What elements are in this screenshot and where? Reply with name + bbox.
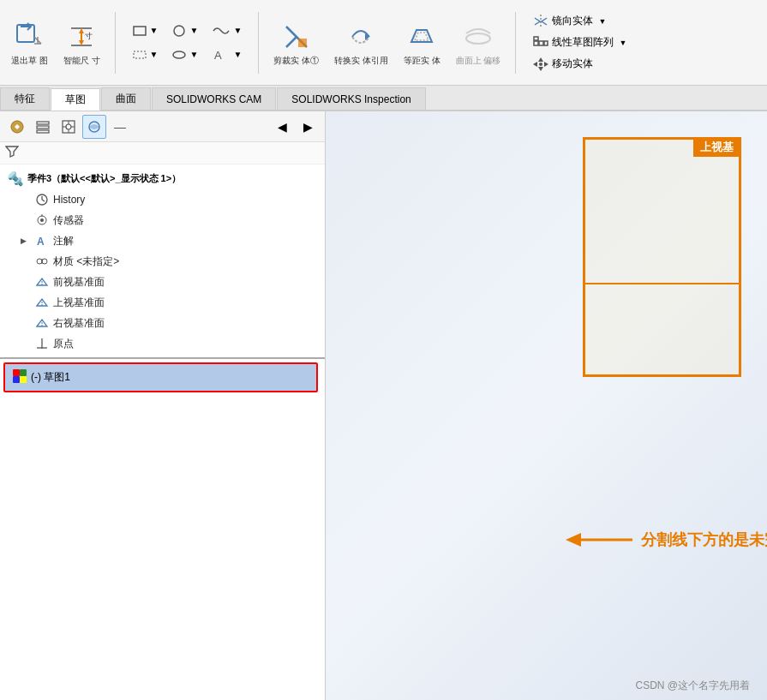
right-tools-group: 镜向实体 ▼ 线性草图阵列 ▼ 移动实体 (530, 12, 630, 73)
panel-btn-minus[interactable]: — (108, 115, 132, 139)
linear-array-label: 线性草图阵列 (552, 35, 614, 50)
tree-item-top-plane[interactable]: 上视基准面 (0, 292, 325, 313)
mirror-button[interactable]: 镜向实体 ▼ (530, 12, 630, 30)
svg-rect-27 (37, 126, 49, 129)
line-tool-button[interactable]: ▼ (126, 44, 165, 66)
sketch1-container: (-) 草图1 (3, 362, 318, 392)
panel-btn-display[interactable] (82, 115, 106, 139)
tree-item-front-plane[interactable]: 前视基准面 (0, 272, 325, 292)
history-icon (34, 192, 50, 207)
circle-tool-button[interactable]: ▼ (165, 20, 204, 42)
svg-point-44 (42, 259, 47, 264)
svg-marker-4 (79, 28, 84, 33)
sketch1-label: (-) 草图1 (31, 370, 70, 385)
tree-item-sensor[interactable]: 传感器 (0, 210, 325, 230)
exit-sketch-icon (12, 20, 46, 54)
svg-marker-5 (79, 40, 84, 45)
view-divider-line (585, 283, 739, 284)
panel-btn-list[interactable] (31, 115, 55, 139)
tab-surface[interactable]: 曲面 (101, 87, 151, 110)
origin-label: 原点 (53, 337, 74, 351)
annotation-container: 分割线下方的是未完成的草图 (566, 529, 767, 550)
svg-text:寸: 寸 (85, 32, 93, 40)
trim-label: 剪裁实 体① (273, 56, 319, 66)
convert-button[interactable]: 转换实 体引用 (330, 5, 392, 81)
view-rectangle: 上视基 (583, 137, 741, 377)
svg-point-24 (539, 63, 542, 66)
surface-offset-button[interactable]: 曲面上 偏移 (452, 5, 506, 81)
svg-rect-12 (298, 39, 307, 47)
annotation-arrow (566, 529, 634, 550)
text-tool-button[interactable]: A ▼ (206, 44, 248, 66)
svg-rect-9 (134, 51, 146, 58)
panel-arrow-buttons: ◀ ▶ (270, 115, 320, 139)
sep3 (515, 12, 516, 74)
sketch1-icon (12, 368, 27, 386)
annotation-icon: A (34, 233, 50, 248)
svg-point-14 (466, 33, 490, 44)
tree-divider (0, 357, 325, 359)
wave-tool-button[interactable]: ▼ (206, 20, 248, 42)
svg-point-30 (66, 124, 71, 129)
sensor-label: 传感器 (53, 213, 84, 228)
svg-point-43 (37, 259, 42, 264)
smart-dimension-button[interactable]: 寸 智能尺 寸 (59, 5, 105, 81)
move-solid-button[interactable]: 移动实体 (530, 55, 630, 73)
svg-text:A: A (37, 236, 45, 248)
material-icon (34, 254, 50, 269)
feature-tree: 🔩 季件3（默认<<默认>_显示状态 1>） History (0, 165, 325, 700)
exit-sketch-label: 退出草 图 (11, 56, 48, 66)
draw-tools-group: ▼ ▼ ▼ ▼ ▼ A ▼ (126, 20, 249, 66)
viewport[interactable]: 上视基 分割线下方的是未完成的草图 CSDN @这个名字先用着 (326, 111, 767, 700)
trim-icon (279, 20, 314, 54)
exit-sketch-button[interactable]: 退出草 图 (7, 5, 52, 81)
svg-marker-22 (533, 62, 537, 67)
svg-rect-26 (37, 122, 49, 124)
svg-line-38 (42, 200, 45, 201)
svg-rect-52 (20, 369, 27, 376)
filter-row (0, 142, 325, 165)
tree-item-history[interactable]: History (0, 189, 325, 210)
right-plane-label: 右视基准面 (53, 316, 105, 331)
tab-sketch[interactable]: 草图 (51, 88, 100, 111)
view-rect-label: 上视基 (693, 138, 740, 157)
annotation-expand: ▶ (21, 236, 31, 245)
top-plane-label: 上视基准面 (53, 296, 105, 310)
ellipse-tool-button[interactable]: ▼ (165, 44, 204, 66)
offset-button[interactable]: 等距实 体 (399, 5, 445, 81)
convert-icon (344, 20, 378, 54)
tab-sw-inspection[interactable]: SOLIDWORKS Inspection (277, 87, 425, 110)
tab-feature[interactable]: 特征 (0, 87, 50, 110)
tree-item-annotation[interactable]: ▶ A 注解 (0, 230, 325, 251)
offset-label: 等距实 体 (404, 56, 440, 66)
tree-item-sketch1[interactable]: (-) 草图1 (5, 364, 316, 391)
svg-rect-18 (544, 41, 548, 45)
linear-array-button[interactable]: 线性草图阵列 ▼ (530, 33, 630, 51)
panel-prev-button[interactable]: ◀ (270, 115, 294, 139)
tree-item-material[interactable]: 材质 <未指定> (0, 251, 325, 272)
panel-btn-properties[interactable] (57, 115, 81, 139)
sensor-icon (34, 212, 50, 228)
trim-button[interactable]: 剪裁实 体① (269, 5, 323, 81)
svg-point-40 (40, 218, 44, 222)
svg-rect-28 (37, 130, 49, 133)
tree-item-right-plane[interactable]: 右视基准面 (0, 313, 325, 333)
annotation-text: 分割线下方的是未完成的草图 (641, 529, 767, 550)
panel-next-button[interactable]: ▶ (296, 115, 320, 139)
surface-offset-label: 曲面上 偏移 (456, 56, 501, 66)
svg-rect-54 (20, 376, 27, 383)
tree-item-origin[interactable]: 原点 (0, 333, 325, 354)
panel-btn-featuretree[interactable] (5, 115, 29, 139)
main-area: — ◀ ▶ 🔩 季件3（默认<<默认>_显示状态 1>） (0, 111, 767, 700)
svg-marker-55 (566, 533, 581, 547)
panel-icon-row: — ◀ ▶ (0, 111, 325, 142)
svg-point-8 (174, 26, 184, 36)
rect-tool-button[interactable]: ▼ (126, 20, 165, 42)
tabbar: 特征 草图 曲面 SOLIDWORKS CAM SOLIDWORKS Inspe… (0, 86, 767, 111)
tab-sw-cam[interactable]: SOLIDWORKS CAM (152, 87, 276, 110)
annotation-label: 注解 (53, 234, 74, 248)
front-plane-label: 前视基准面 (53, 275, 105, 290)
svg-rect-53 (13, 376, 20, 383)
left-panel: — ◀ ▶ 🔩 季件3（默认<<默认>_显示状态 1>） (0, 111, 326, 700)
tree-root[interactable]: 🔩 季件3（默认<<默认>_显示状态 1>） (0, 168, 325, 189)
